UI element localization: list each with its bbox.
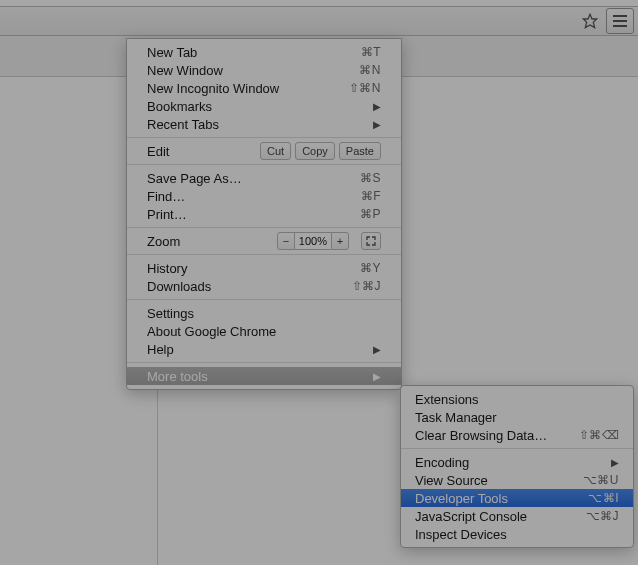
submenu-arrow-icon: ▶: [373, 101, 381, 112]
menu-item-downloads[interactable]: Downloads ⇧⌘J: [127, 277, 401, 295]
menu-item-settings[interactable]: Settings: [127, 304, 401, 322]
menu-shortcut: ⌘F: [361, 189, 381, 203]
menu-label: More tools: [147, 369, 373, 384]
menu-item-new-tab[interactable]: New Tab ⌘T: [127, 43, 401, 61]
menu-shortcut: ⌥⌘U: [583, 473, 619, 487]
menu-label: View Source: [415, 473, 583, 488]
menu-label: Settings: [147, 306, 381, 321]
menu-shortcut: ⇧⌘N: [349, 81, 381, 95]
svg-rect-3: [613, 25, 627, 27]
menu-label: Save Page As…: [147, 171, 360, 186]
main-menu: New Tab ⌘T New Window ⌘N New Incognito W…: [126, 38, 402, 390]
menu-shortcut: ⌘P: [360, 207, 381, 221]
submenu-item-extensions[interactable]: Extensions: [401, 390, 633, 408]
menu-label: New Window: [147, 63, 359, 78]
submenu-item-encoding[interactable]: Encoding ▶: [401, 453, 633, 471]
submenu-item-clear-data[interactable]: Clear Browsing Data… ⇧⌘⌫: [401, 426, 633, 444]
svg-marker-0: [583, 14, 596, 27]
copy-button[interactable]: Copy: [295, 142, 335, 160]
menu-item-help[interactable]: Help ▶: [127, 340, 401, 358]
menu-label: Downloads: [147, 279, 352, 294]
menu-shortcut: ⌘Y: [360, 261, 381, 275]
menu-shortcut: ⌥⌘I: [588, 491, 619, 505]
main-menu-button[interactable]: [606, 8, 634, 34]
menu-label: Developer Tools: [415, 491, 588, 506]
paste-button[interactable]: Paste: [339, 142, 381, 160]
submenu-item-task-manager[interactable]: Task Manager: [401, 408, 633, 426]
menu-label: Encoding: [415, 455, 611, 470]
menu-label: New Incognito Window: [147, 81, 349, 96]
submenu-item-js-console[interactable]: JavaScript Console ⌥⌘J: [401, 507, 633, 525]
menu-item-history[interactable]: History ⌘Y: [127, 259, 401, 277]
menu-separator: [127, 164, 401, 165]
menu-item-save-as[interactable]: Save Page As… ⌘S: [127, 169, 401, 187]
menu-shortcut: ⌥⌘J: [586, 509, 620, 523]
menu-label: Find…: [147, 189, 361, 204]
menu-label: Task Manager: [415, 410, 619, 425]
menu-shortcut: ⌘N: [359, 63, 381, 77]
menu-label: Recent Tabs: [147, 117, 373, 132]
menu-label: History: [147, 261, 360, 276]
menu-separator: [127, 227, 401, 228]
cut-button[interactable]: Cut: [260, 142, 291, 160]
fullscreen-button[interactable]: [361, 232, 381, 250]
zoom-in-button[interactable]: +: [331, 232, 349, 250]
menu-label: About Google Chrome: [147, 324, 381, 339]
menu-item-about[interactable]: About Google Chrome: [127, 322, 401, 340]
menu-shortcut: ⌘S: [360, 171, 381, 185]
menu-label: Extensions: [415, 392, 619, 407]
menu-label: Clear Browsing Data…: [415, 428, 579, 443]
bookmark-star-icon[interactable]: [580, 11, 600, 31]
menu-item-bookmarks[interactable]: Bookmarks ▶: [127, 97, 401, 115]
submenu-item-developer-tools[interactable]: Developer Tools ⌥⌘I: [401, 489, 633, 507]
more-tools-submenu: Extensions Task Manager Clear Browsing D…: [400, 385, 634, 548]
menu-label: Inspect Devices: [415, 527, 619, 542]
menu-label: New Tab: [147, 45, 361, 60]
menu-label: JavaScript Console: [415, 509, 586, 524]
menu-label: Bookmarks: [147, 99, 373, 114]
zoom-out-button[interactable]: −: [277, 232, 295, 250]
menu-separator: [127, 137, 401, 138]
menu-separator: [127, 254, 401, 255]
menu-label: Help: [147, 342, 373, 357]
submenu-item-inspect-devices[interactable]: Inspect Devices: [401, 525, 633, 543]
menu-item-new-window[interactable]: New Window ⌘N: [127, 61, 401, 79]
menu-item-more-tools[interactable]: More tools ▶: [127, 367, 401, 385]
menu-label: Zoom: [147, 234, 277, 249]
submenu-item-view-source[interactable]: View Source ⌥⌘U: [401, 471, 633, 489]
zoom-value: 100%: [295, 232, 331, 250]
menu-shortcut: ⌘T: [361, 45, 381, 59]
menu-separator: [401, 448, 633, 449]
menu-item-print[interactable]: Print… ⌘P: [127, 205, 401, 223]
menu-label: Edit: [147, 144, 260, 159]
svg-rect-1: [613, 15, 627, 17]
menu-item-recent-tabs[interactable]: Recent Tabs ▶: [127, 115, 401, 133]
menu-label: Print…: [147, 207, 360, 222]
menu-shortcut: ⇧⌘⌫: [579, 428, 620, 442]
browser-toolbar: [0, 6, 638, 36]
submenu-arrow-icon: ▶: [373, 371, 381, 382]
menu-shortcut: ⇧⌘J: [352, 279, 382, 293]
menu-item-find[interactable]: Find… ⌘F: [127, 187, 401, 205]
menu-item-new-incognito[interactable]: New Incognito Window ⇧⌘N: [127, 79, 401, 97]
menu-separator: [127, 299, 401, 300]
menu-separator: [127, 362, 401, 363]
submenu-arrow-icon: ▶: [373, 344, 381, 355]
svg-rect-2: [613, 20, 627, 22]
submenu-arrow-icon: ▶: [611, 457, 619, 468]
menu-item-zoom: Zoom − 100% +: [127, 232, 401, 250]
submenu-arrow-icon: ▶: [373, 119, 381, 130]
menu-item-edit: Edit Cut Copy Paste: [127, 142, 401, 160]
